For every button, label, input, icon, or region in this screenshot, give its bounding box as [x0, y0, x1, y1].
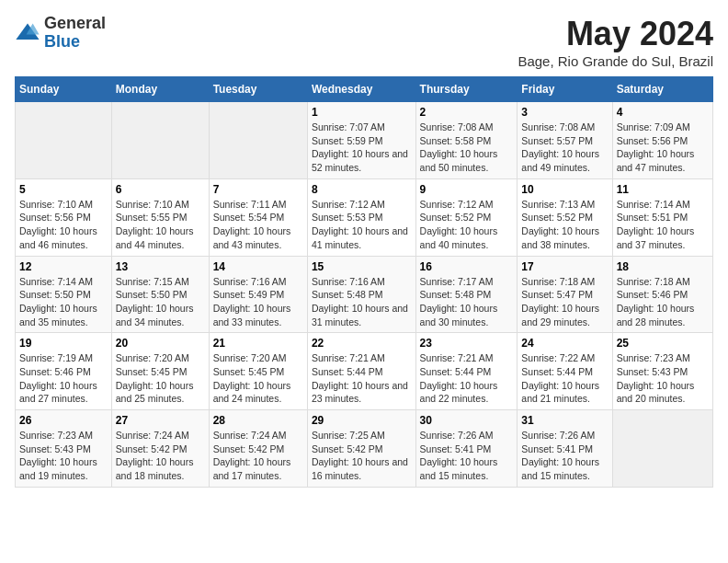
logo-general: General [44, 15, 106, 33]
day-info: Sunrise: 7:08 AMSunset: 5:58 PMDaylight:… [420, 121, 514, 175]
day-number: 16 [420, 260, 514, 273]
calendar-cell: 16Sunrise: 7:17 AMSunset: 5:48 PMDayligh… [415, 256, 518, 333]
calendar-cell: 21Sunrise: 7:20 AMSunset: 5:45 PMDayligh… [209, 333, 307, 410]
header-tuesday: Tuesday [209, 77, 307, 102]
calendar-cell: 25Sunrise: 7:23 AMSunset: 5:43 PMDayligh… [612, 333, 712, 410]
calendar-cell: 23Sunrise: 7:21 AMSunset: 5:44 PMDayligh… [415, 333, 518, 410]
day-info: Sunrise: 7:10 AMSunset: 5:56 PMDaylight:… [19, 198, 108, 252]
day-info: Sunrise: 7:18 AMSunset: 5:46 PMDaylight:… [617, 275, 709, 329]
day-info: Sunrise: 7:26 AMSunset: 5:41 PMDaylight:… [420, 429, 514, 483]
day-info: Sunrise: 7:22 AMSunset: 5:44 PMDaylight:… [521, 351, 608, 406]
day-info: Sunrise: 7:12 AMSunset: 5:53 PMDaylight:… [312, 198, 412, 252]
day-info: Sunrise: 7:12 AMSunset: 5:52 PMDaylight:… [420, 198, 514, 252]
calendar-cell: 3Sunrise: 7:08 AMSunset: 5:57 PMDaylight… [518, 102, 612, 179]
calendar-cell: 1Sunrise: 7:07 AMSunset: 5:59 PMDaylight… [307, 102, 415, 179]
day-info: Sunrise: 7:16 AMSunset: 5:49 PMDaylight:… [213, 275, 303, 329]
calendar-cell [16, 102, 112, 179]
day-number: 27 [116, 414, 205, 427]
header-saturday: Saturday [612, 77, 712, 102]
day-number: 20 [116, 337, 205, 350]
day-info: Sunrise: 7:14 AMSunset: 5:50 PMDaylight:… [19, 275, 108, 329]
week-row-4: 26Sunrise: 7:23 AMSunset: 5:43 PMDayligh… [16, 410, 713, 488]
day-number: 6 [116, 183, 205, 196]
day-info: Sunrise: 7:15 AMSunset: 5:50 PMDaylight:… [116, 275, 205, 329]
logo-blue: Blue [44, 33, 106, 52]
calendar-cell: 24Sunrise: 7:22 AMSunset: 5:44 PMDayligh… [518, 333, 612, 410]
day-info: Sunrise: 7:16 AMSunset: 5:48 PMDaylight:… [312, 275, 412, 329]
header-monday: Monday [111, 77, 209, 102]
main-title: May 2024 [518, 15, 713, 53]
week-row-2: 12Sunrise: 7:14 AMSunset: 5:50 PMDayligh… [16, 256, 713, 333]
day-number: 17 [521, 260, 608, 273]
day-info: Sunrise: 7:20 AMSunset: 5:45 PMDaylight:… [116, 351, 205, 406]
day-number: 9 [420, 183, 514, 196]
calendar-cell: 26Sunrise: 7:23 AMSunset: 5:43 PMDayligh… [16, 410, 112, 488]
day-number: 2 [420, 106, 514, 119]
header-row: SundayMondayTuesdayWednesdayThursdayFrid… [16, 77, 713, 102]
day-number: 15 [312, 260, 412, 273]
calendar-cell: 22Sunrise: 7:21 AMSunset: 5:44 PMDayligh… [307, 333, 415, 410]
day-info: Sunrise: 7:10 AMSunset: 5:55 PMDaylight:… [116, 198, 205, 252]
calendar-cell: 28Sunrise: 7:24 AMSunset: 5:42 PMDayligh… [209, 410, 307, 488]
day-number: 11 [617, 183, 709, 196]
header-wednesday: Wednesday [307, 77, 415, 102]
day-info: Sunrise: 7:17 AMSunset: 5:48 PMDaylight:… [420, 275, 514, 329]
day-info: Sunrise: 7:24 AMSunset: 5:42 PMDaylight:… [213, 429, 303, 483]
day-number: 30 [420, 414, 514, 427]
day-number: 24 [521, 337, 608, 350]
day-number: 19 [19, 337, 108, 350]
day-info: Sunrise: 7:07 AMSunset: 5:59 PMDaylight:… [312, 121, 412, 175]
logo-text: General Blue [44, 15, 106, 52]
day-number: 29 [312, 414, 412, 427]
day-info: Sunrise: 7:18 AMSunset: 5:47 PMDaylight:… [521, 275, 608, 329]
day-info: Sunrise: 7:24 AMSunset: 5:42 PMDaylight:… [116, 429, 205, 483]
day-number: 13 [116, 260, 205, 273]
calendar-cell: 13Sunrise: 7:15 AMSunset: 5:50 PMDayligh… [111, 256, 209, 333]
day-number: 3 [521, 106, 608, 119]
day-number: 14 [213, 260, 303, 273]
page-header: General Blue May 2024 Bage, Rio Grande d… [15, 15, 713, 69]
day-info: Sunrise: 7:08 AMSunset: 5:57 PMDaylight:… [521, 121, 608, 175]
day-number: 10 [521, 183, 608, 196]
day-info: Sunrise: 7:19 AMSunset: 5:46 PMDaylight:… [19, 351, 108, 406]
day-number: 4 [617, 106, 709, 119]
calendar-cell: 27Sunrise: 7:24 AMSunset: 5:42 PMDayligh… [111, 410, 209, 488]
week-row-1: 5Sunrise: 7:10 AMSunset: 5:56 PMDaylight… [16, 178, 713, 256]
week-row-0: 1Sunrise: 7:07 AMSunset: 5:59 PMDaylight… [16, 102, 713, 179]
day-number: 8 [312, 183, 412, 196]
calendar-cell: 8Sunrise: 7:12 AMSunset: 5:53 PMDaylight… [307, 178, 415, 256]
calendar-cell: 2Sunrise: 7:08 AMSunset: 5:58 PMDaylight… [415, 102, 518, 179]
day-info: Sunrise: 7:11 AMSunset: 5:54 PMDaylight:… [213, 198, 303, 252]
day-info: Sunrise: 7:20 AMSunset: 5:45 PMDaylight:… [213, 351, 303, 406]
calendar-cell: 12Sunrise: 7:14 AMSunset: 5:50 PMDayligh… [16, 256, 112, 333]
day-number: 31 [521, 414, 608, 427]
calendar-cell: 15Sunrise: 7:16 AMSunset: 5:48 PMDayligh… [307, 256, 415, 333]
calendar-cell [111, 102, 209, 179]
calendar-cell: 5Sunrise: 7:10 AMSunset: 5:56 PMDaylight… [16, 178, 112, 256]
day-info: Sunrise: 7:25 AMSunset: 5:42 PMDaylight:… [312, 429, 412, 483]
day-info: Sunrise: 7:09 AMSunset: 5:56 PMDaylight:… [617, 121, 709, 175]
day-info: Sunrise: 7:21 AMSunset: 5:44 PMDaylight:… [420, 351, 514, 406]
calendar-cell: 6Sunrise: 7:10 AMSunset: 5:55 PMDaylight… [111, 178, 209, 256]
week-row-3: 19Sunrise: 7:19 AMSunset: 5:46 PMDayligh… [16, 333, 713, 410]
calendar-cell: 11Sunrise: 7:14 AMSunset: 5:51 PMDayligh… [612, 178, 712, 256]
calendar-cell: 4Sunrise: 7:09 AMSunset: 5:56 PMDaylight… [612, 102, 712, 179]
day-info: Sunrise: 7:14 AMSunset: 5:51 PMDaylight:… [617, 198, 709, 252]
calendar-cell: 19Sunrise: 7:19 AMSunset: 5:46 PMDayligh… [16, 333, 112, 410]
day-number: 5 [19, 183, 108, 196]
calendar-table: SundayMondayTuesdayWednesdayThursdayFrid… [15, 76, 713, 488]
day-number: 21 [213, 337, 303, 350]
calendar-cell: 18Sunrise: 7:18 AMSunset: 5:46 PMDayligh… [612, 256, 712, 333]
calendar-cell: 7Sunrise: 7:11 AMSunset: 5:54 PMDaylight… [209, 178, 307, 256]
logo-icon [15, 20, 40, 46]
day-info: Sunrise: 7:26 AMSunset: 5:41 PMDaylight:… [521, 429, 608, 483]
calendar-cell: 29Sunrise: 7:25 AMSunset: 5:42 PMDayligh… [307, 410, 415, 488]
day-number: 1 [312, 106, 412, 119]
day-number: 26 [19, 414, 108, 427]
logo: General Blue [15, 15, 106, 52]
calendar-cell: 20Sunrise: 7:20 AMSunset: 5:45 PMDayligh… [111, 333, 209, 410]
day-number: 25 [617, 337, 709, 350]
day-number: 28 [213, 414, 303, 427]
header-sunday: Sunday [16, 77, 112, 102]
day-info: Sunrise: 7:21 AMSunset: 5:44 PMDaylight:… [312, 351, 412, 406]
